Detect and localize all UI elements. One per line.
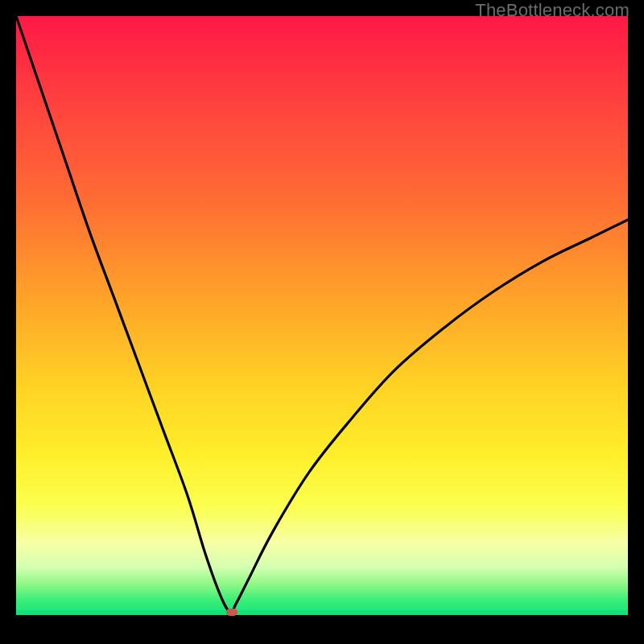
chart-plot-area [16, 16, 628, 615]
chart-x-axis [16, 615, 628, 628]
chart-min-marker [226, 609, 237, 616]
chart-frame [16, 16, 628, 628]
